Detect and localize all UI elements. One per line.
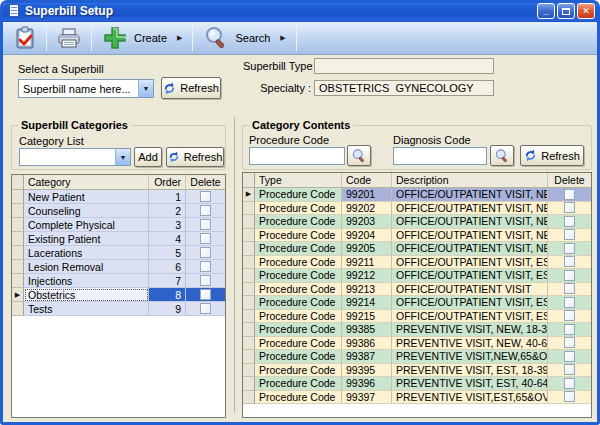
description-cell[interactable]: OFFICE/OUTPATIENT VISIT, NEW [392, 229, 548, 243]
delete-cell[interactable] [548, 269, 591, 283]
description-cell[interactable]: PREVENTIVE VISIT, EST, 40-64 [392, 377, 548, 391]
row-selector-arrow[interactable] [243, 202, 255, 216]
table-row[interactable]: Procedure Code99397PREVENTIVE VISIT,EST,… [243, 391, 591, 405]
row-selector-arrow[interactable] [243, 337, 255, 351]
description-cell[interactable]: PREVENTIVE VISIT, NEW, 40-64 [392, 337, 548, 351]
procedure-search-button[interactable] [347, 145, 371, 166]
delete-checkbox[interactable] [564, 337, 575, 348]
delete-checkbox[interactable] [564, 189, 575, 200]
superbill-refresh-button[interactable]: Refresh [161, 77, 221, 99]
description-cell[interactable]: PREVENTIVE VISIT,EST,65&OVER [392, 391, 548, 405]
order-cell[interactable]: 1 [149, 190, 186, 204]
row-selector-arrow[interactable] [243, 377, 255, 391]
delete-checkbox[interactable] [564, 310, 575, 321]
delete-checkbox[interactable] [564, 243, 575, 254]
chevron-down-icon[interactable]: ▼ [115, 149, 130, 165]
row-selector-arrow[interactable] [12, 190, 24, 204]
table-row[interactable]: Procedure Code99215OFFICE/OUTPATIENT VIS… [243, 310, 591, 324]
category-cell[interactable]: Counseling [24, 204, 149, 218]
description-cell[interactable]: OFFICE/OUTPATIENT VISIT [392, 283, 548, 297]
delete-cell[interactable] [548, 296, 591, 310]
column-header-type[interactable]: Type [255, 173, 342, 187]
diagnosis-code-input[interactable] [393, 147, 487, 165]
table-row[interactable]: Procedure Code99386PREVENTIVE VISIT, NEW… [243, 337, 591, 351]
code-cell[interactable]: 99396 [342, 377, 392, 391]
delete-cell[interactable] [186, 302, 225, 316]
table-row[interactable]: Complete Physical3 [12, 218, 225, 232]
type-cell[interactable]: Procedure Code [255, 269, 342, 283]
code-cell[interactable]: 99214 [342, 296, 392, 310]
delete-checkbox[interactable] [200, 233, 211, 244]
table-row[interactable]: Tests9 [12, 302, 225, 316]
description-cell[interactable]: OFFICE/OUTPATIENT VISIT, NEW [392, 202, 548, 216]
type-cell[interactable]: Procedure Code [255, 242, 342, 256]
type-cell[interactable]: Procedure Code [255, 188, 342, 202]
row-selector-arrow[interactable] [243, 215, 255, 229]
row-selector-arrow[interactable] [243, 229, 255, 243]
order-cell[interactable]: 9 [149, 302, 186, 316]
delete-checkbox[interactable] [564, 297, 575, 308]
delete-checkbox[interactable] [564, 378, 575, 389]
table-row[interactable]: Injections7 [12, 274, 225, 288]
row-selector-arrow[interactable] [243, 242, 255, 256]
row-selector-arrow[interactable] [12, 302, 24, 316]
table-row[interactable]: Procedure Code99205OFFICE/OUTPATIENT VIS… [243, 242, 591, 256]
chevron-down-icon[interactable]: ▼ [138, 80, 153, 97]
column-header-category[interactable]: Category [24, 175, 149, 189]
delete-cell[interactable] [548, 202, 591, 216]
row-selector-arrow[interactable] [12, 218, 24, 232]
procedure-code-input[interactable] [249, 147, 345, 165]
column-header-delete[interactable]: Delete [548, 173, 591, 187]
delete-cell[interactable] [548, 310, 591, 324]
category-cell[interactable]: Lesion Removal [24, 260, 149, 274]
table-row[interactable]: Lesion Removal6 [12, 260, 225, 274]
table-row[interactable]: ▶Procedure Code99201OFFICE/OUTPATIENT VI… [243, 188, 591, 202]
table-row[interactable]: Procedure Code99203OFFICE/OUTPATIENT VIS… [243, 215, 591, 229]
delete-cell[interactable] [548, 337, 591, 351]
table-row[interactable]: Procedure Code99396PREVENTIVE VISIT, EST… [243, 377, 591, 391]
table-row[interactable]: Procedure Code99214OFFICE/OUTPATIENT VIS… [243, 296, 591, 310]
delete-checkbox[interactable] [564, 229, 575, 240]
delete-cell[interactable] [548, 364, 591, 378]
order-cell[interactable]: 3 [149, 218, 186, 232]
table-row[interactable]: Procedure Code99213OFFICE/OUTPATIENT VIS… [243, 283, 591, 297]
row-selector-arrow[interactable] [12, 274, 24, 288]
description-cell[interactable]: PREVENTIVE VISIT,NEW,65&OVER [392, 350, 548, 364]
delete-checkbox[interactable] [564, 351, 575, 362]
delete-checkbox[interactable] [564, 256, 575, 267]
order-cell[interactable]: 7 [149, 274, 186, 288]
delete-checkbox[interactable] [200, 219, 211, 230]
row-selector-arrow[interactable] [243, 323, 255, 337]
description-cell[interactable]: OFFICE/OUTPATIENT VISIT, EST [392, 269, 548, 283]
save-button[interactable] [6, 24, 44, 52]
type-cell[interactable]: Procedure Code [255, 350, 342, 364]
table-row[interactable]: Procedure Code99204OFFICE/OUTPATIENT VIS… [243, 229, 591, 243]
order-cell[interactable]: 2 [149, 204, 186, 218]
description-cell[interactable]: OFFICE/OUTPATIENT VISIT, EST [392, 256, 548, 270]
code-cell[interactable]: 99203 [342, 215, 392, 229]
category-cell[interactable]: Tests [24, 302, 149, 316]
code-cell[interactable]: 99212 [342, 269, 392, 283]
categories-refresh-button[interactable]: Refresh [166, 147, 224, 167]
row-selector-arrow[interactable]: ▶ [12, 288, 24, 302]
table-row[interactable]: Counseling2 [12, 204, 225, 218]
type-cell[interactable]: Procedure Code [255, 202, 342, 216]
chevron-right-icon[interactable]: ▶ [280, 34, 285, 42]
type-cell[interactable]: Procedure Code [255, 283, 342, 297]
code-cell[interactable]: 99397 [342, 391, 392, 405]
row-selector-arrow[interactable] [243, 269, 255, 283]
table-row[interactable]: New Patient1 [12, 190, 225, 204]
table-row[interactable]: Existing Patient4 [12, 232, 225, 246]
delete-checkbox[interactable] [200, 303, 211, 314]
description-cell[interactable]: PREVENTIVE VISIT, EST, 18-39 [392, 364, 548, 378]
delete-checkbox[interactable] [564, 324, 575, 335]
table-row[interactable]: Procedure Code99385PREVENTIVE VISIT, NEW… [243, 323, 591, 337]
type-cell[interactable]: Procedure Code [255, 391, 342, 405]
type-cell[interactable]: Procedure Code [255, 296, 342, 310]
maximize-button[interactable] [557, 3, 575, 19]
row-selector-arrow[interactable] [243, 256, 255, 270]
row-selector-arrow[interactable]: ▶ [243, 188, 255, 202]
column-header-code[interactable]: Code [342, 173, 392, 187]
category-list-dropdown[interactable]: ▼ [19, 148, 131, 166]
row-selector-arrow[interactable] [243, 310, 255, 324]
